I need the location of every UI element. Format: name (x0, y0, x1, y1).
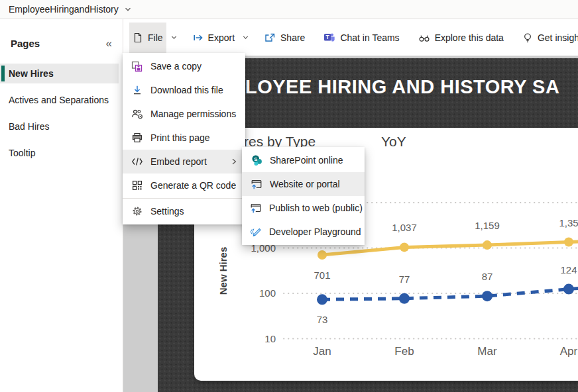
toolbar-file-button[interactable]: File (123, 23, 184, 53)
menu-item-publish-to-web[interactable]: Publish to web (public) (242, 196, 365, 220)
series-blue-dashed-label-mar: 87 (482, 271, 493, 282)
sidebar-page-bad-hires[interactable]: Bad Hires (0, 117, 119, 136)
menu-item-settings[interactable]: Settings (123, 199, 245, 223)
report-toolbar: FileExportShareTChat in TeamsExplore thi… (123, 19, 578, 56)
embed-report-icon (131, 157, 143, 166)
share-button-core: Share (261, 23, 308, 53)
get-insights-icon (522, 32, 533, 43)
series-yellow-solid-point-apr[interactable] (564, 238, 573, 247)
x-tick-mar: Mar (477, 345, 497, 358)
sidebar-page-new-hires[interactable]: New Hires (0, 64, 119, 83)
toolbar-get-insights-button[interactable]: Get insights (513, 23, 578, 53)
series-blue-dashed-point-feb[interactable] (399, 293, 410, 304)
series-blue-dashed-label-jan: 73 (317, 314, 328, 325)
menu-item-developer-playground[interactable]: Developer Playground (242, 220, 365, 244)
menu-divider (123, 198, 245, 199)
publish-to-web-icon (250, 203, 262, 213)
sidebar-page-actives-and-separations[interactable]: Actives and Separations (0, 90, 119, 110)
series-yellow-solid-label-feb: 1,037 (392, 222, 417, 233)
report-name[interactable]: EmployeeHiringandHistory (9, 4, 119, 15)
explore-this-data-icon (418, 32, 430, 43)
file-chevron-down-icon (170, 34, 178, 41)
series-blue-dashed-point-jan[interactable] (317, 294, 327, 305)
menu-item-print-this-page[interactable]: Print this page (123, 126, 245, 150)
menu-item-generate-qr-code[interactable]: Generate a QR code (123, 173, 245, 197)
download-this-file-icon (131, 85, 143, 95)
pages-sidebar: Pages « New HiresActives and Separations… (0, 19, 123, 392)
y-tick-100: 100 (259, 287, 276, 299)
print-this-page-icon (131, 132, 143, 143)
series-yellow-solid-point-mar[interactable] (483, 240, 492, 250)
toolbar-share-button[interactable]: Share (255, 23, 314, 53)
embed-report-chevron-right-icon (231, 158, 237, 166)
y-tick-10: 10 (264, 333, 276, 344)
developer-playground-icon (250, 227, 262, 236)
toolbar-chat-in-teams-button[interactable]: TChat in Teams (314, 23, 408, 53)
generate-qr-code-label: Generate a QR code (150, 180, 236, 191)
generate-qr-code-icon (131, 180, 143, 191)
save-a-copy-label: Save a copy (150, 61, 202, 72)
report-title-bar: EmployeeHiringandHistory (0, 0, 578, 19)
get-insights-label: Get insights (538, 32, 578, 43)
toolbar-explore-this-data-button[interactable]: Explore this data (409, 23, 513, 53)
app-window: EmployeeHiringandHistory Pages « New Hir… (0, 0, 578, 392)
sharepoint-online-icon: S (250, 154, 262, 166)
export-chevron-down-icon (242, 34, 249, 41)
x-tick-jan: Jan (313, 345, 331, 358)
page-label: Bad Hires (9, 121, 49, 132)
file-button-core: File (129, 23, 166, 53)
pages-title: Pages (11, 38, 40, 49)
page-label: Tooltip (9, 148, 35, 158)
file-label: File (148, 32, 163, 43)
page-label: New Hires (9, 68, 54, 79)
share-icon (264, 32, 276, 43)
collapse-pane-icon[interactable]: « (106, 38, 112, 49)
chat-in-teams-button-core: TChat in Teams (320, 23, 402, 53)
file-icon (133, 32, 143, 43)
report-name-chevron-down-icon[interactable] (124, 5, 132, 13)
chat-in-teams-label: Chat in Teams (340, 32, 399, 43)
page-list: New HiresActives and SeparationsBad Hire… (0, 64, 123, 163)
svg-text:S: S (254, 156, 257, 162)
chat-in-teams-icon: T (323, 32, 335, 43)
x-tick-apr: Apr (560, 345, 578, 358)
series-blue-dashed-line (322, 285, 578, 299)
share-label: Share (280, 32, 305, 43)
settings-icon (131, 206, 143, 217)
series-blue-dashed-point-apr[interactable] (563, 284, 574, 295)
page-label: Actives and Separations (9, 95, 109, 105)
series-yellow-solid-point-feb[interactable] (400, 242, 409, 252)
series-blue-dashed-label-feb: 77 (399, 273, 410, 285)
series-yellow-solid-point-jan[interactable] (318, 250, 327, 260)
series-yellow-solid-label-jan: 701 (314, 270, 330, 281)
menu-item-sharepoint-online[interactable]: SSharePoint online (242, 148, 365, 172)
website-or-portal-label: Website or portal (270, 179, 340, 189)
x-tick-feb: Feb (394, 345, 414, 358)
sharepoint-online-label: SharePoint online (270, 155, 343, 166)
menu-item-save-a-copy[interactable]: Save a copy (123, 54, 245, 78)
print-this-page-label: Print this page (150, 132, 210, 143)
manage-permissions-icon (131, 109, 143, 119)
developer-playground-label: Developer Playground (269, 226, 361, 237)
report-banner-title: LOYEE HIRING AND HISTORY SA (245, 76, 559, 98)
menu-item-manage-permissions[interactable]: Manage permissions (123, 102, 245, 126)
svg-text:T: T (326, 34, 330, 40)
manage-permissions-label: Manage permissions (150, 109, 236, 119)
embed-report-label: Embed report (150, 156, 207, 167)
menu-item-embed-report[interactable]: Embed report (123, 150, 245, 173)
get-insights-button-core: Get insights (519, 23, 578, 53)
export-label: Export (208, 32, 235, 43)
toolbar-export-button[interactable]: Export (184, 23, 255, 53)
series-yellow-solid-label-mar: 1,159 (475, 220, 500, 231)
explore-this-data-button-core: Explore this data (415, 23, 507, 53)
menu-item-website-or-portal[interactable]: Website or portal (242, 172, 365, 196)
menu-item-download-this-file[interactable]: Download this file (123, 78, 245, 102)
series-yellow-solid-label-apr: 1,35 (559, 217, 578, 228)
save-a-copy-icon (131, 61, 143, 72)
explore-this-data-label: Explore this data (435, 32, 504, 43)
file-menu: Save a copyDownload this fileManage perm… (123, 53, 245, 224)
sidebar-page-tooltip[interactable]: Tooltip (0, 143, 119, 163)
series-blue-dashed-point-mar[interactable] (482, 291, 492, 301)
publish-to-web-label: Publish to web (public) (269, 203, 363, 213)
y-axis-title: New Hires (217, 247, 229, 295)
